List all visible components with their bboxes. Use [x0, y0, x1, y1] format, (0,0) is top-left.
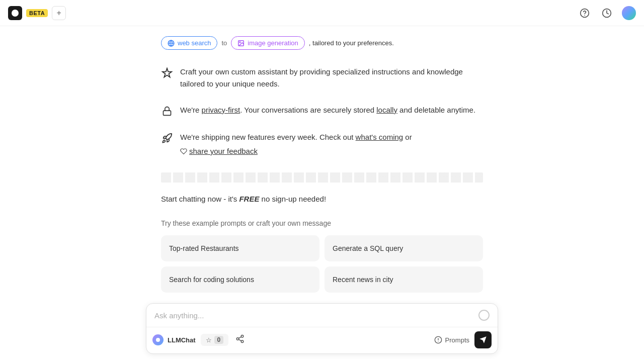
prompts-button[interactable]: Prompts	[434, 336, 469, 344]
prompts-grid: Top-rated Restaurants Generate a SQL que…	[161, 235, 483, 293]
custom-assistant-text: Craft your own custom assistant by provi…	[180, 66, 483, 90]
star-count: 0	[214, 336, 224, 344]
prompt-recent-news[interactable]: Recent news in city	[325, 266, 483, 293]
tailored-text: , tailored to your preferences.	[309, 39, 394, 47]
avatar[interactable]	[622, 6, 636, 20]
sparkle-icon	[161, 67, 173, 79]
send-button[interactable]	[474, 331, 492, 348]
llmchat-label: LLMChat	[168, 336, 196, 344]
prompts-label: Try these example prompts or craft your …	[161, 219, 483, 227]
topbar-left: BETA +	[8, 6, 66, 20]
free-prefix: Start chatting now - it's	[161, 195, 239, 203]
feature-shipping: We're shipping new features every week. …	[161, 131, 483, 158]
loading-indicator	[478, 310, 490, 321]
star-icon: ☆	[206, 336, 212, 344]
bottom-input-bar: LLMChat ☆ 0 Prompts	[146, 303, 498, 354]
chat-input[interactable]	[154, 311, 478, 320]
history-icon[interactable]	[600, 6, 614, 20]
beta-badge: BETA	[26, 9, 48, 17]
feature-privacy: We're privacy-first. Your conversations …	[161, 104, 483, 117]
svg-rect-7	[164, 111, 171, 115]
llmchat-badge: LLMChat	[152, 334, 196, 345]
topbar: BETA +	[0, 0, 644, 26]
locally-link[interactable]: locally	[376, 106, 397, 114]
star-button[interactable]: ☆ 0	[201, 334, 229, 346]
svg-marker-17	[479, 336, 486, 343]
lock-icon	[161, 105, 173, 117]
web-search-pill[interactable]: web search	[161, 36, 217, 50]
svg-point-6	[239, 42, 240, 43]
svg-line-13	[239, 336, 242, 338]
shipping-text: We're shipping new features every week. …	[180, 131, 412, 158]
feature-custom-assistant: Craft your own custom assistant by provi…	[161, 66, 483, 90]
free-label: FREE	[239, 195, 259, 203]
whats-coming-link[interactable]: what's coming	[356, 133, 404, 141]
logo-icon[interactable]	[8, 6, 22, 20]
add-tab-button[interactable]: +	[52, 6, 66, 20]
logo-inner	[12, 10, 19, 17]
wave-divider	[161, 172, 483, 183]
llmchat-logo	[152, 334, 164, 345]
pill-connector: to	[221, 39, 227, 47]
free-text: Start chatting now - it's FREE no sign-u…	[161, 195, 483, 203]
svg-line-12	[239, 339, 242, 341]
image-generation-label: image generation	[248, 39, 298, 47]
web-search-label: web search	[178, 39, 211, 47]
input-row	[146, 304, 498, 327]
rocket-icon	[161, 132, 173, 144]
prompts-button-label: Prompts	[445, 336, 469, 344]
share-button[interactable]	[233, 332, 247, 348]
privacy-text: We're privacy-first. Your conversations …	[180, 104, 475, 116]
share-feedback-link[interactable]: share your feedback	[189, 145, 258, 157]
svg-point-8	[156, 338, 160, 342]
topbar-right	[578, 6, 636, 20]
privacy-first-link[interactable]: privacy-first	[202, 106, 240, 114]
prompt-top-rated-restaurants[interactable]: Top-rated Restaurants	[161, 235, 319, 261]
feature-pills-row: web search to image generation , tailore…	[161, 36, 483, 50]
free-suffix: no sign-up needed!	[259, 195, 326, 203]
image-generation-pill[interactable]: image generation	[231, 36, 304, 50]
toolbar-row: LLMChat ☆ 0 Prompts	[146, 327, 498, 353]
prompt-search-coding[interactable]: Search for coding solutions	[161, 266, 319, 293]
prompt-generate-sql[interactable]: Generate a SQL query	[325, 235, 483, 261]
help-icon[interactable]	[578, 6, 592, 20]
